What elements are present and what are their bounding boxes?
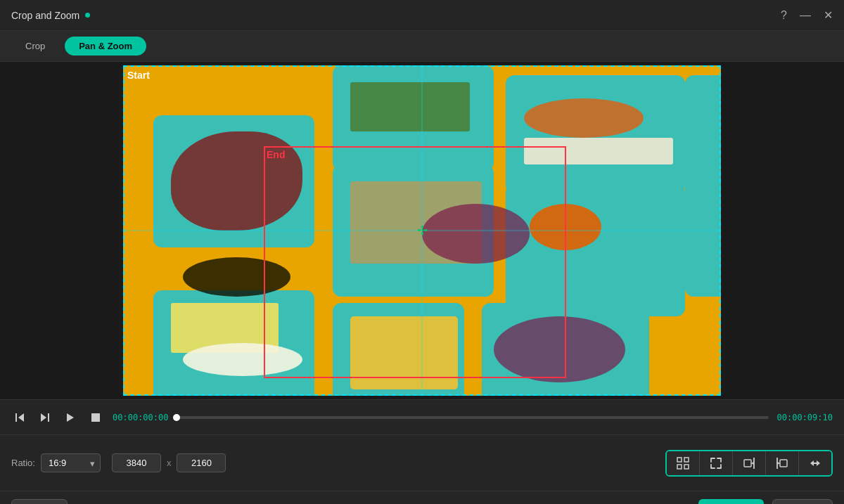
controls-bar: 00:00:00:00 00:00:09:10 — [0, 399, 844, 434]
stop-button[interactable] — [87, 409, 104, 426]
dimension-separator: x — [167, 458, 172, 468]
flip-button[interactable] — [799, 451, 831, 475]
tab-bar: Crop Pan & Zoom — [0, 31, 844, 62]
svg-marker-0 — [18, 413, 24, 422]
ratio-group: Ratio: 16:9 4:3 1:1 9:16 Custom — [11, 453, 101, 472]
tab-pan-zoom[interactable]: Pan & Zoom — [65, 37, 146, 56]
fill-screen-button[interactable] — [700, 451, 733, 475]
fit-to-screen-button[interactable] — [667, 451, 700, 475]
window-title: Crop and Zoom — [11, 10, 79, 21]
ratio-label: Ratio: — [11, 458, 35, 468]
time-current: 00:00:00:00 — [113, 413, 168, 422]
dimension-group: x — [112, 453, 226, 472]
next-frame-button[interactable] — [37, 409, 53, 426]
svg-rect-9 — [684, 465, 689, 469]
align-to-right-button[interactable] — [733, 451, 766, 475]
svg-rect-8 — [677, 465, 682, 469]
ratio-select-wrapper[interactable]: 16:9 4:3 1:1 9:16 Custom — [41, 453, 101, 472]
title-bar-right: ? — ✕ — [781, 10, 833, 21]
main-content: Start End ✢ — [0, 62, 844, 399]
video-frame — [123, 65, 721, 396]
prev-frame-button[interactable] — [11, 409, 28, 426]
title-bar: Crop and Zoom ? — ✕ — [0, 0, 844, 31]
svg-rect-1 — [15, 413, 17, 422]
ratio-select[interactable]: 16:9 4:3 1:1 9:16 Custom — [41, 453, 101, 472]
height-input[interactable] — [177, 453, 226, 472]
close-button[interactable]: ✕ — [824, 10, 833, 21]
cancel-button[interactable]: Cancel — [772, 499, 833, 504]
title-dot — [85, 13, 90, 18]
svg-rect-7 — [684, 458, 689, 462]
footer-bar: Reset Apply Cancel — [0, 491, 844, 504]
minimize-button[interactable]: — — [800, 10, 811, 21]
width-input[interactable] — [112, 453, 161, 472]
title-bar-left: Crop and Zoom — [11, 10, 90, 21]
svg-rect-3 — [48, 413, 49, 422]
svg-marker-4 — [67, 413, 74, 422]
align-to-left-button[interactable] — [766, 451, 799, 475]
tab-crop[interactable]: Crop — [11, 37, 59, 56]
play-button[interactable] — [62, 409, 79, 426]
time-end: 00:00:09:10 — [777, 413, 833, 422]
svg-rect-5 — [91, 413, 100, 422]
reset-button[interactable]: Reset — [11, 499, 68, 504]
timeline[interactable] — [177, 416, 768, 419]
footer-right: Apply Cancel — [698, 499, 833, 504]
svg-rect-10 — [744, 460, 751, 467]
svg-rect-14 — [780, 460, 787, 467]
svg-rect-6 — [677, 458, 682, 462]
bottom-bar: Ratio: 16:9 4:3 1:1 9:16 Custom x — [0, 434, 844, 491]
apply-button[interactable]: Apply — [698, 499, 763, 504]
video-canvas[interactable]: Start End ✢ — [123, 65, 721, 396]
timeline-thumb[interactable] — [173, 414, 180, 421]
svg-marker-2 — [41, 413, 46, 422]
help-button[interactable]: ? — [781, 10, 787, 21]
align-group — [665, 450, 833, 477]
